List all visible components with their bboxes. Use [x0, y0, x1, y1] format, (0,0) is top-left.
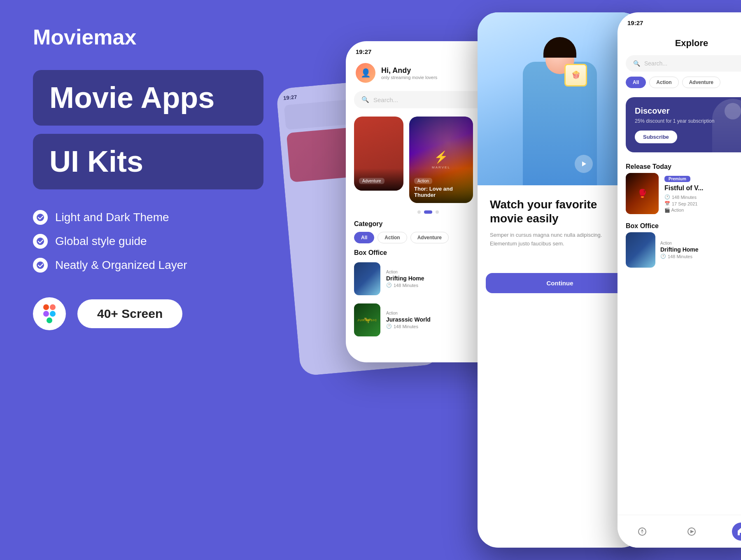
dot-2-active[interactable] [424, 210, 432, 214]
chip-action[interactable]: Action [377, 232, 407, 243]
brand-title: Moviemax [33, 25, 263, 49]
drifting-thumb-right [626, 232, 655, 268]
time-explore: 19:27 [627, 19, 643, 26]
figma-badge [33, 297, 66, 330]
bottom-bar: 40+ Screen [33, 297, 263, 330]
search-icon: 🔍 [361, 96, 369, 103]
nav-play-icon[interactable] [683, 523, 701, 541]
search-placeholder-explore: Search... [644, 60, 667, 67]
feature-item-2: Global style guide [33, 234, 263, 249]
fistful-thumb: 🥊 [626, 173, 659, 214]
nav-home-icon[interactable] [732, 523, 741, 541]
svg-marker-8 [690, 530, 694, 533]
status-bar-explore: 19:27 🔋 [618, 12, 741, 30]
drifting-title: Drifting Home [386, 275, 424, 282]
svg-point-2 [37, 261, 44, 269]
clock-icon: 🕐 [386, 282, 392, 288]
headline-box-2: UI Kits [33, 134, 263, 189]
play-button-overlay[interactable] [575, 155, 593, 173]
greeting-name: Hi, Andy [381, 66, 437, 75]
feature-text-3: Neatly & Organized Layer [55, 259, 187, 272]
jurassic-genre: Action [386, 311, 431, 315]
headline-line1: Movie Apps [49, 82, 247, 114]
discover-person-shape [712, 99, 741, 152]
headline-box-1: Movie Apps [33, 70, 263, 126]
movie-overlay-1: Adventure [354, 168, 403, 191]
figma-orange [50, 304, 56, 310]
figma-green [47, 317, 52, 323]
features-list: Light and Dark Theme Global style guide … [33, 210, 263, 273]
jurassic-info: Action Jurasssic World 🕐 148 Minutes [386, 311, 431, 329]
explore-header: Explore [618, 30, 741, 53]
search-icon-explore: 🔍 [633, 60, 640, 67]
feature-text-2: Global style guide [55, 235, 147, 248]
chip-adv-explore[interactable]: Adventure [682, 77, 720, 88]
jurassic-duration: 🕐 148 Minutes [386, 324, 431, 329]
user-avatar: 👤 [356, 63, 375, 83]
explore-chips: All Action Adventure [618, 74, 741, 91]
box-item-right-drifting: Action Drifting Home 🕐 148 Minutes [626, 232, 741, 268]
box-office-right-header: Box Office [618, 221, 741, 232]
feature-text-1: Light and Dark Theme [55, 211, 169, 224]
screen-count-badge: 40+ Screen [77, 299, 182, 328]
greeting-section: Hi, Andy only streaming movie lovers [381, 66, 437, 80]
explore-title: Explore [627, 38, 741, 49]
svg-marker-3 [582, 161, 586, 166]
feature-item-3: Neatly & Organized Layer [33, 258, 263, 273]
box-office-right-title: Box Office [626, 222, 741, 230]
svg-marker-5 [641, 529, 643, 532]
thor-tag: Action [414, 178, 432, 184]
fistful-title: Fistful of V... [664, 184, 741, 192]
release-section: 🥊 Premium Fistful of V... 🕐 148 Minutes … [618, 173, 741, 214]
figma-blue [50, 311, 56, 317]
release-section-header: Release Today [618, 159, 741, 173]
svg-point-0 [37, 214, 44, 221]
chip-all[interactable]: All [354, 232, 374, 243]
jurassic-title: Jurasssic World [386, 316, 431, 323]
dot-3[interactable] [436, 210, 439, 214]
nav-compass-icon[interactable] [633, 523, 651, 541]
discover-card: Discover 25% discount for 1 year subscri… [626, 97, 741, 152]
clock-icon-dr: 🕐 [660, 254, 666, 259]
calendar-icon: 📅 [664, 201, 670, 206]
svg-point-4 [638, 528, 646, 535]
drifting-thumb [354, 262, 380, 295]
clock-icon-release: 🕐 [664, 194, 670, 200]
film-icon: 🎬 [664, 208, 670, 212]
thor-overlay: Action Thor: Love and Thunder [409, 168, 473, 203]
movie-card-1[interactable]: Adventure [354, 117, 403, 191]
drifting-duration: 🕐 148 Minutes [386, 282, 424, 288]
thor-title: Thor: Love and Thunder [414, 186, 468, 198]
subscribe-button[interactable]: Subscribe [635, 131, 677, 143]
chip-adventure[interactable]: Adventure [410, 232, 449, 243]
left-panel: Moviemax Movie Apps UI Kits Light and Da… [33, 25, 263, 330]
premium-badge: Premium [664, 176, 690, 182]
continue-button[interactable]: Continue [486, 273, 634, 293]
check-icon-2 [33, 234, 48, 249]
bottom-nav [618, 515, 741, 548]
figma-red [43, 304, 49, 310]
svg-point-1 [37, 238, 44, 245]
movie-tag-1: Adventure [359, 178, 384, 184]
jurassic-thumb: 🦖 [354, 303, 380, 336]
fistful-genre: 🎬 Action [664, 208, 741, 213]
drifting-genre: Action [386, 270, 424, 274]
explore-search[interactable]: 🔍 Search... [626, 55, 741, 72]
dot-1[interactable] [417, 210, 421, 214]
movie-card-thor[interactable]: ⚡ MARVEL Action Thor: Love and Thunder [409, 117, 473, 203]
headline-line2: UI Kits [49, 145, 247, 178]
time-main: 19:27 [356, 48, 371, 55]
welcome-body: Semper in cursus magna nunc nulla adipis… [490, 231, 630, 248]
drifting-info: Action Drifting Home 🕐 148 Minutes [386, 270, 424, 288]
chip-all-explore[interactable]: All [626, 77, 646, 88]
check-icon-1 [33, 210, 48, 225]
release-item-fistful: 🥊 Premium Fistful of V... 🕐 148 Minutes … [626, 173, 741, 214]
figma-logo [43, 304, 56, 323]
chip-action-explore[interactable]: Action [649, 77, 678, 88]
check-icon-3 [33, 258, 48, 273]
phone-explore: 19:27 🔋 Explore 🔍 Search... All Action A… [618, 12, 741, 548]
feature-item-1: Light and Dark Theme [33, 210, 263, 225]
svg-marker-6 [641, 532, 643, 534]
release-today-title: Release Today [626, 163, 741, 170]
welcome-headline: Watch your favorite movie easily [490, 198, 630, 225]
